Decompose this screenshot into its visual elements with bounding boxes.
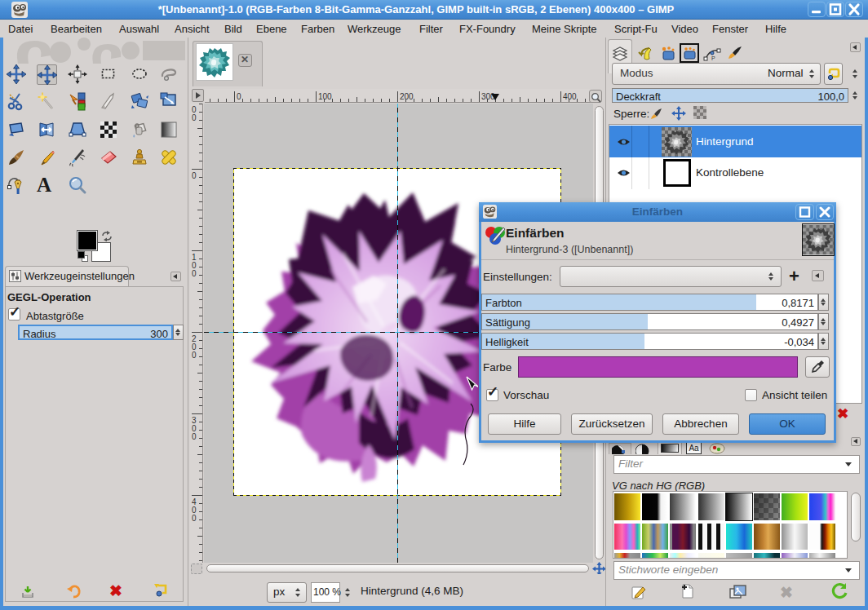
svg-text:0: 0 <box>192 113 197 122</box>
svg-text:0: 0 <box>192 432 197 441</box>
svg-text:0: 0 <box>192 171 197 180</box>
svg-text:400: 400 <box>563 92 577 101</box>
svg-text:0: 0 <box>192 514 197 523</box>
svg-text:0: 0 <box>192 269 197 278</box>
svg-text:200: 200 <box>400 92 414 101</box>
svg-text:P: P <box>711 55 715 61</box>
svg-text:100: 100 <box>318 92 332 101</box>
svg-text:0: 0 <box>237 92 241 101</box>
svg-text:0: 0 <box>192 351 197 360</box>
